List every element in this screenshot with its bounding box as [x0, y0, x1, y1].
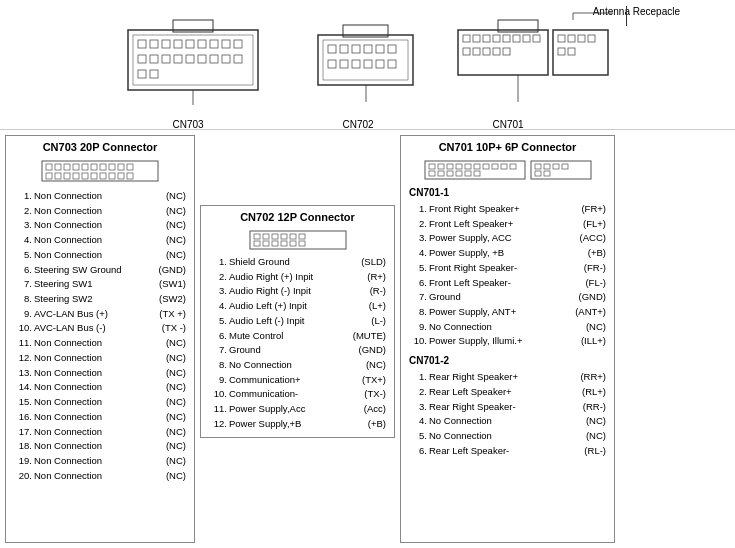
svg-rect-59	[558, 48, 565, 55]
svg-rect-52	[493, 48, 500, 55]
pin-row: 2.Audio Right (+) Inpit(R+)	[209, 270, 386, 285]
pin-row: 4.No Connection(NC)	[409, 414, 606, 429]
cn701-sub1-title: CN701-1	[409, 187, 606, 198]
pin-row: 5.Front Right Speaker-(FR-)	[409, 261, 606, 276]
svg-rect-69	[73, 164, 79, 170]
pin-row: 5.Non Connection(NC)	[14, 248, 186, 263]
svg-rect-0	[128, 30, 258, 90]
svg-rect-98	[299, 241, 305, 246]
svg-rect-88	[263, 234, 269, 239]
svg-rect-31	[388, 45, 396, 53]
svg-rect-104	[465, 164, 471, 169]
pin-row: 2.Non Connection(NC)	[14, 204, 186, 219]
svg-rect-13	[162, 55, 170, 63]
cn702-panel: CN702 12P Connector 1.Shield Ground(SLD)…	[200, 205, 395, 438]
pin-row: 8.No Connection(NC)	[209, 358, 386, 373]
svg-rect-58	[588, 35, 595, 42]
svg-rect-97	[290, 241, 296, 246]
svg-rect-82	[100, 173, 106, 179]
pin-row: 7.Ground(GND)	[209, 343, 386, 358]
pin-row: 6.Mute Control(MUTE)	[209, 329, 386, 344]
pin-row: 11.Power Supply,Acc(Acc)	[209, 402, 386, 417]
svg-rect-57	[578, 35, 585, 42]
svg-rect-85	[127, 173, 133, 179]
svg-rect-78	[64, 173, 70, 179]
svg-rect-6	[186, 40, 194, 48]
cn701-sub2-title: CN701-2	[409, 355, 606, 366]
pin-row: 1.Rear Right Speaker+(RR+)	[409, 370, 606, 385]
pin-row: 8.Power Supply, ANT+(ANT+)	[409, 305, 606, 320]
svg-rect-119	[553, 164, 559, 169]
svg-rect-20	[138, 70, 146, 78]
cn701-connector-icon	[423, 157, 593, 181]
pin-row: 3.Power Supply, ACC(ACC)	[409, 231, 606, 246]
cn701-1-pin-list: 1.Front Right Speaker+(FR+)2.Front Left …	[409, 202, 606, 349]
svg-rect-117	[535, 164, 541, 169]
bottom-panels: CN703 20P Connector 1.Non Connection(NC)…	[0, 130, 735, 548]
svg-rect-33	[340, 60, 348, 68]
pin-row: 12.Non Connection(NC)	[14, 351, 186, 366]
svg-rect-109	[510, 164, 516, 169]
svg-rect-60	[568, 48, 575, 55]
pin-row: 20.Non Connection(NC)	[14, 469, 186, 484]
svg-rect-10	[234, 40, 242, 48]
svg-rect-26	[328, 45, 336, 53]
cn701-2-pin-list: 1.Rear Right Speaker+(RR+)2.Rear Left Sp…	[409, 370, 606, 458]
svg-rect-71	[91, 164, 97, 170]
svg-rect-19	[234, 55, 242, 63]
svg-rect-105	[474, 164, 480, 169]
svg-rect-106	[483, 164, 489, 169]
svg-rect-37	[388, 60, 396, 68]
pin-row: 13.Non Connection(NC)	[14, 366, 186, 381]
svg-rect-15	[186, 55, 194, 63]
svg-rect-118	[544, 164, 550, 169]
svg-rect-76	[46, 173, 52, 179]
svg-rect-114	[465, 171, 471, 176]
cn703-diagram-label: CN703	[173, 119, 204, 130]
svg-rect-45	[503, 35, 510, 42]
pin-row: 9.AVC-LAN Bus (+)(TX +)	[14, 307, 186, 322]
svg-rect-51	[483, 48, 490, 55]
svg-rect-102	[447, 164, 453, 169]
svg-rect-27	[340, 45, 348, 53]
svg-rect-79	[73, 173, 79, 179]
svg-rect-70	[82, 164, 88, 170]
cn702-title: CN702 12P Connector	[209, 211, 386, 223]
pin-row: 10.Power Supply, Illumi.+(ILL+)	[409, 334, 606, 349]
svg-rect-89	[272, 234, 278, 239]
svg-rect-111	[438, 171, 444, 176]
svg-rect-56	[568, 35, 575, 42]
svg-rect-49	[463, 48, 470, 55]
svg-rect-95	[272, 241, 278, 246]
svg-rect-43	[483, 35, 490, 42]
svg-rect-34	[352, 60, 360, 68]
svg-rect-100	[429, 164, 435, 169]
svg-rect-80	[82, 173, 88, 179]
pin-row: 14.Non Connection(NC)	[14, 380, 186, 395]
pin-row: 15.Non Connection(NC)	[14, 395, 186, 410]
svg-rect-83	[109, 173, 115, 179]
svg-rect-2	[138, 40, 146, 48]
svg-rect-7	[198, 40, 206, 48]
svg-rect-46	[513, 35, 520, 42]
pin-row: 6.Front Left Speaker-(FL-)	[409, 276, 606, 291]
svg-rect-94	[263, 241, 269, 246]
svg-rect-53	[503, 48, 510, 55]
svg-rect-73	[109, 164, 115, 170]
pin-row: 5.Audio Left (-) Inpit(L-)	[209, 314, 386, 329]
pin-row: 1.Non Connection(NC)	[14, 189, 186, 204]
pin-row: 11.Non Connection(NC)	[14, 336, 186, 351]
pin-row: 4.Audio Left (+) Inpit(L+)	[209, 299, 386, 314]
cn703-pin-list: 1.Non Connection(NC)2.Non Connection(NC)…	[14, 189, 186, 483]
pin-row: 4.Non Connection(NC)	[14, 233, 186, 248]
cn701-panel: CN701 10P+ 6P Connector	[400, 135, 615, 543]
svg-rect-87	[254, 234, 260, 239]
svg-rect-91	[290, 234, 296, 239]
pin-row: 8.Steering SW2(SW2)	[14, 292, 186, 307]
cn702-pin-list: 1.Shield Ground(SLD)2.Audio Right (+) In…	[209, 255, 386, 432]
pin-row: 2.Rear Left Speaker+(RL+)	[409, 385, 606, 400]
svg-rect-4	[162, 40, 170, 48]
pin-row: 7.Steering SW1(SW1)	[14, 277, 186, 292]
cn703-panel: CN703 20P Connector 1.Non Connection(NC)…	[5, 135, 195, 543]
svg-rect-28	[352, 45, 360, 53]
